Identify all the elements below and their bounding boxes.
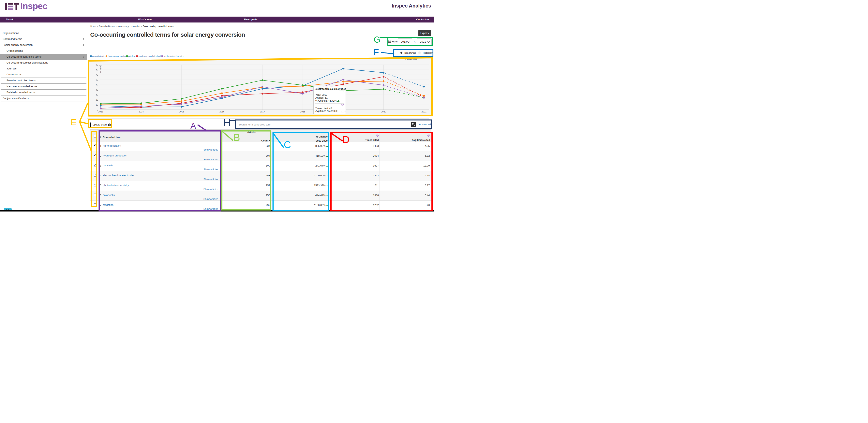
datapoint-catalysis-2015[interactable] (181, 98, 183, 100)
update-graph-button[interactable]: Update graph 5 (90, 122, 112, 128)
sidebar-item-related-controlled-terms[interactable]: Related controlled terms (0, 89, 87, 95)
search-input[interactable] (236, 122, 411, 127)
datapoint-catalysis-2018[interactable] (302, 85, 304, 86)
datapoint-electrochemical-electrodes-2020[interactable] (383, 76, 384, 77)
row-checkbox-photoelectrochemistry[interactable]: ✔ (94, 184, 96, 187)
term-link-photoelectrochemistry[interactable]: photoelectrochemistry (103, 184, 129, 187)
datapoint-electrochemical-electrodes-2015[interactable] (181, 102, 183, 104)
breadcrumb-item-home[interactable]: Home (90, 25, 96, 27)
datapoint-nanofabrication-2019[interactable] (342, 68, 344, 70)
show-articles-link-hydrogen-production[interactable]: Show articles (204, 158, 218, 161)
term-link-hydrogen-production[interactable]: hydrogen production (103, 154, 127, 157)
nav-item-user-guide[interactable]: User guide (244, 17, 257, 23)
show-articles-link-catalysis[interactable]: Show articles (204, 168, 218, 171)
datapoint-hydrogen-production-2021[interactable] (423, 95, 425, 97)
sidebar-item-co-occurring-subject-classifications[interactable]: Co-occurring subject classifications (0, 60, 87, 66)
nav-item-what-s-new[interactable]: What's new (138, 17, 152, 23)
col-header-num[interactable]: # (100, 136, 101, 139)
logo-product-name[interactable]: Inspec (20, 1, 48, 11)
sidebar-item-subject-classifications[interactable]: Subject classifications (0, 95, 87, 101)
sidebar-item-organisations[interactable]: Organisations (0, 48, 87, 54)
datapoint-nanofabrication-2021[interactable] (423, 86, 425, 88)
datapoint-hydrogen-production-2020[interactable] (383, 80, 384, 82)
datapoint-photoelectrochemistry-2021[interactable] (423, 97, 425, 99)
datapoint-electrochemical-electrodes-2014[interactable] (140, 106, 142, 108)
legend-label-nanofabrication[interactable]: nanofabrication (92, 55, 106, 57)
term-link-electrochemical-electrodes[interactable]: electrochemical electrodes (103, 174, 134, 177)
to-year-select[interactable]: 2021 (417, 38, 432, 45)
search-button[interactable] (411, 122, 416, 127)
datapoint-electrochemical-electrodes-2017[interactable] (261, 93, 263, 95)
datapoint-hydrogen-production-2018[interactable] (302, 86, 304, 87)
col-header-times-cited[interactable]: Times cited (365, 139, 379, 141)
term-link-solar-cells[interactable]: solar cells (103, 194, 115, 196)
row-checkbox-solar-cells[interactable] (94, 194, 96, 196)
datapoint-photoelectrochemistry-2014[interactable] (140, 105, 142, 107)
datapoint-catalysis-2017[interactable] (261, 79, 263, 81)
row-checkbox-hydrogen-production[interactable]: ✔ (94, 154, 96, 157)
datapoint-photoelectrochemistry-2016[interactable] (221, 96, 223, 98)
datapoint-nanofabrication-2015[interactable] (181, 106, 183, 108)
sidebar-item-co-occurring-controlled-terms[interactable]: Co-occurring controlled terms (0, 54, 87, 60)
row-checkbox-oxidation[interactable] (94, 203, 96, 206)
term-link-catalysis[interactable]: catalysis (103, 164, 113, 167)
datapoint-photoelectrochemistry-2015[interactable] (181, 103, 183, 105)
row-checkbox-electrochemical-electrodes[interactable]: ✔ (94, 174, 96, 176)
show-articles-link-electrochemical-electrodes[interactable]: Show articles (204, 178, 218, 181)
datapoint-nanofabrication-2017[interactable] (261, 88, 263, 90)
datapoint-electrochemical-electrodes-2021[interactable] (423, 96, 425, 98)
datapoint-catalysis-2020[interactable] (383, 88, 384, 90)
datapoint-nanofabrication-2013[interactable] (100, 105, 102, 107)
nav-item-about[interactable]: About (5, 17, 13, 23)
row-checkbox-nanofabrication[interactable]: ✔ (94, 144, 96, 147)
sidebar-item-conferences[interactable]: Conferences (0, 72, 87, 77)
datapoint-hydrogen-production-2014[interactable] (140, 103, 142, 105)
datapoint-hydrogen-production-2016[interactable] (221, 92, 223, 94)
datapoint-electrochemical-electrodes-2016[interactable] (221, 95, 223, 97)
term-link-oxidation[interactable]: oxidation (103, 203, 114, 206)
advanced-search-link[interactable]: Advanced (419, 123, 431, 126)
datapoint-hydrogen-production-2015[interactable] (181, 100, 183, 102)
datapoint-hydrogen-production-2017[interactable] (261, 87, 263, 88)
from-year-select[interactable]: 2013 (398, 38, 412, 45)
sidebar-item-solar-energy-conversion[interactable]: solar energy conversion (0, 42, 87, 48)
datapoint-photoelectrochemistry-2013[interactable] (100, 107, 102, 109)
col-header-controlled-term[interactable]: Controlled term (103, 136, 121, 139)
datapoint-nanofabrication-2014[interactable] (140, 106, 142, 108)
datapoint-photoelectrochemistry-2020[interactable] (383, 85, 384, 86)
datapoint-catalysis-2016[interactable] (221, 88, 223, 90)
datapoint-nanofabrication-2016[interactable] (221, 97, 223, 99)
datapoint-nanofabrication-2018[interactable] (302, 85, 304, 87)
col-header-avg-times-cited[interactable]: Avg times cited (412, 139, 430, 141)
show-articles-link-solar-cells[interactable]: Show articles (204, 198, 218, 200)
datapoint-photoelectrochemistry-2018[interactable] (302, 93, 304, 95)
radio-histogram[interactable] (418, 52, 421, 54)
show-articles-link-photoelectrochemistry[interactable]: Show articles (204, 188, 218, 191)
datapoint-catalysis-2014[interactable] (140, 102, 142, 104)
show-articles-link-oxidation[interactable]: Show articles (204, 207, 218, 210)
legend-label-electrochemical-electrodes[interactable]: electrochemical electrodes (138, 55, 163, 57)
datapoint-hydrogen-production-2013[interactable] (100, 103, 102, 105)
datapoint-photoelectrochemistry-2017[interactable] (261, 86, 263, 88)
datapoint-electrochemical-electrodes-2013[interactable] (100, 107, 102, 109)
datapoint-electrochemical-electrodes-2018[interactable] (302, 91, 304, 93)
iet-logo[interactable] (5, 2, 20, 12)
sidebar-item-organisations[interactable]: Organisations (0, 30, 87, 36)
sidebar-item-controlled-terms[interactable]: Controlled terms (0, 36, 87, 42)
datapoint-electrochemical-electrodes-2019[interactable] (342, 84, 344, 85)
show-articles-link-nanofabrication[interactable]: Show articles (204, 149, 218, 151)
datapoint-catalysis-2021[interactable] (423, 97, 425, 99)
datapoint-catalysis-2013[interactable] (100, 103, 102, 105)
sidebar-item-narrower-controlled-terms[interactable]: Narrower controlled terms (0, 84, 87, 89)
datapoint-hydrogen-production-2019[interactable] (342, 81, 344, 83)
legend-label-hydrogen-production[interactable]: hydrogen production (108, 55, 127, 57)
breadcrumb-item-solar-energy-conversion[interactable]: solar energy conversion (118, 25, 140, 27)
legend-label-photoelectrochemistry[interactable]: photoelectrochemistry (164, 55, 184, 57)
radio-label-trend-chart[interactable]: Trend Chart (404, 52, 416, 54)
radio-trend-chart[interactable] (400, 52, 403, 54)
row-checkbox-catalysis[interactable]: ✔ (94, 164, 96, 167)
breadcrumb-item-controlled-terms[interactable]: Controlled terms (99, 25, 115, 27)
legend-label-catalysis[interactable]: catalysis (128, 55, 136, 57)
col-header-percent-change[interactable]: % Change (316, 135, 328, 138)
select-all-checkbox[interactable] (94, 135, 96, 137)
